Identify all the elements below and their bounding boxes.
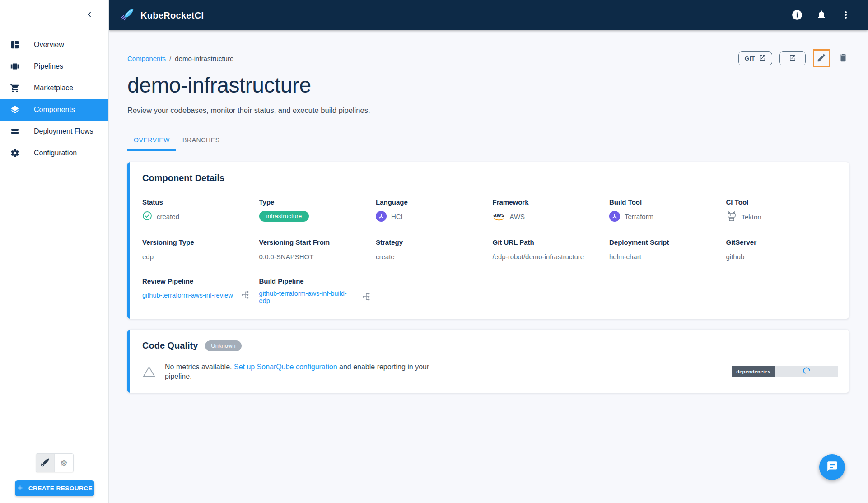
page-subtitle: Review your codebases, monitor their sta… [127, 106, 849, 115]
field-label: Strategy [376, 238, 488, 246]
field-status: Status created [142, 198, 255, 223]
build-tool-value: Terraform [625, 213, 653, 220]
sidebar-item-configuration[interactable]: Configuration [0, 142, 108, 164]
field-label: Build Tool [609, 198, 722, 206]
flows-icon [9, 126, 20, 137]
ci-tool-value: Tekton [742, 213, 761, 221]
info-button[interactable] [790, 8, 804, 23]
plus-icon [16, 484, 24, 493]
review-pipeline-link[interactable]: github-terraform-aws-inf-review [142, 292, 233, 299]
edit-button[interactable] [816, 52, 827, 65]
field-build-tool: Build Tool Terraform [609, 198, 722, 223]
dependencies-badge-label: dependencies [732, 366, 775, 377]
field-label: Versioning Start From [259, 238, 372, 246]
build-pipeline-link[interactable]: github-terraform-aws-inf-build-edp [259, 290, 355, 304]
chevron-left-icon [84, 9, 94, 21]
field-label: Git URL Path [493, 238, 605, 246]
create-resource-label: CREATE RESOURCE [28, 485, 93, 492]
sidebar-header [0, 0, 108, 30]
sidebar: Overview Pipelines Marketplace Component… [0, 0, 109, 503]
sidebar-item-marketplace[interactable]: Marketplace [0, 77, 108, 99]
component-details-title: Component Details [142, 173, 838, 183]
cart-icon [9, 83, 20, 93]
sidebar-nav: Overview Pipelines Marketplace Component… [0, 30, 108, 164]
field-deployment-script: Deployment Script helm-chart [609, 238, 722, 262]
app-title: KubeRocketCI [140, 10, 204, 21]
field-review-pipeline: Review Pipeline github-terraform-aws-inf… [142, 277, 255, 304]
layers-icon [9, 104, 20, 115]
warning-icon [142, 365, 156, 378]
versioning-start-value: 0.0.0-SNAPSHOT [259, 253, 314, 261]
field-language: Language HCL [376, 198, 488, 223]
notifications-button[interactable] [814, 8, 829, 23]
field-label: Versioning Type [142, 238, 255, 246]
sidebar-item-deployment-flows[interactable]: Deployment Flows [0, 121, 108, 142]
tab-branches[interactable]: BRANCHES [176, 132, 226, 151]
header-actions: GIT [738, 49, 849, 67]
field-versioning-type: Versioning Type edp [142, 238, 255, 262]
loading-spinner-icon [803, 367, 811, 377]
breadcrumb-separator: / [169, 55, 171, 62]
git-button-label: GIT [745, 55, 755, 62]
code-quality-card: Code Quality Unknown No metrics availabl… [127, 330, 849, 393]
field-git-url-path: Git URL Path /edp-robot/demo-infrastruct… [493, 238, 605, 262]
app-logo[interactable]: KubeRocketCI [121, 7, 204, 23]
build-pipeline-diagram-button[interactable] [362, 292, 371, 303]
component-details-card: Component Details Status created Type in… [127, 162, 849, 319]
code-quality-status-chip: Unknown [205, 340, 241, 351]
field-type: Type infrastructure [259, 198, 372, 223]
more-menu-button[interactable] [839, 8, 853, 23]
field-label: Build Pipeline [259, 277, 372, 285]
field-label: Framework [493, 198, 605, 206]
status-value: created [157, 213, 179, 220]
review-pipeline-diagram-button[interactable] [241, 290, 250, 301]
delete-button[interactable] [837, 52, 849, 65]
tab-overview[interactable]: OVERVIEW [127, 132, 176, 151]
tekton-icon [726, 211, 737, 223]
aws-icon: aws [493, 212, 505, 221]
pipeline-tree-icon [362, 292, 371, 303]
chat-icon [826, 461, 838, 474]
git-url-path-value: /edp-robot/demo-infrastructure [493, 253, 584, 261]
dependencies-badge[interactable]: dependencies [732, 366, 838, 377]
field-label: Deployment Script [609, 238, 722, 246]
field-versioning-start: Versioning Start From 0.0.0-SNAPSHOT [259, 238, 372, 262]
appbar-actions [790, 8, 853, 23]
field-framework: Framework aws AWS [493, 198, 605, 223]
tabs: OVERVIEW BRANCHES [127, 132, 849, 151]
open-in-new-icon [789, 54, 796, 63]
sidebar-item-components[interactable]: Components [0, 99, 108, 121]
page-content: Components / demo-infrastructure GIT [109, 30, 868, 503]
deployment-script-value: helm-chart [609, 253, 641, 261]
sidebar-item-label: Overview [34, 41, 64, 49]
krci-view-toggle[interactable] [36, 454, 55, 472]
sonarqube-config-link[interactable]: Set up SonarQube configuration [234, 363, 337, 371]
field-build-pipeline: Build Pipeline github-terraform-aws-inf-… [259, 277, 372, 304]
gear-icon [9, 148, 20, 158]
sidebar-item-label: Components [34, 106, 75, 114]
git-button[interactable]: GIT [738, 51, 772, 65]
sidebar-item-overview[interactable]: Overview [0, 34, 108, 56]
sidebar-item-label: Marketplace [34, 84, 73, 92]
open-external-button[interactable] [779, 51, 806, 65]
pencil-icon [817, 53, 826, 64]
framework-value: AWS [510, 213, 525, 220]
kubernetes-view-toggle[interactable]: ☸ [54, 454, 73, 472]
code-quality-message: No metrics available. Set up SonarQube c… [165, 362, 440, 381]
field-gitserver: GitServer github [726, 238, 839, 262]
sidebar-item-pipelines[interactable]: Pipelines [0, 56, 108, 77]
field-label: Status [142, 198, 255, 206]
trash-icon [838, 53, 848, 64]
create-resource-button[interactable]: CREATE RESOURCE [15, 480, 94, 496]
kubernetes-icon: ☸ [60, 459, 68, 467]
chat-fab-button[interactable] [819, 454, 845, 480]
info-icon [791, 9, 803, 22]
field-label: Type [259, 198, 372, 206]
pipelines-icon [9, 61, 20, 72]
sidebar-collapse-button[interactable] [83, 9, 96, 22]
breadcrumb-components-link[interactable]: Components [127, 55, 166, 62]
component-details-grid: Status created Type infrastructure [142, 198, 838, 304]
pipeline-tree-icon [241, 290, 250, 301]
bell-icon [816, 9, 827, 22]
terraform-icon [609, 211, 620, 222]
